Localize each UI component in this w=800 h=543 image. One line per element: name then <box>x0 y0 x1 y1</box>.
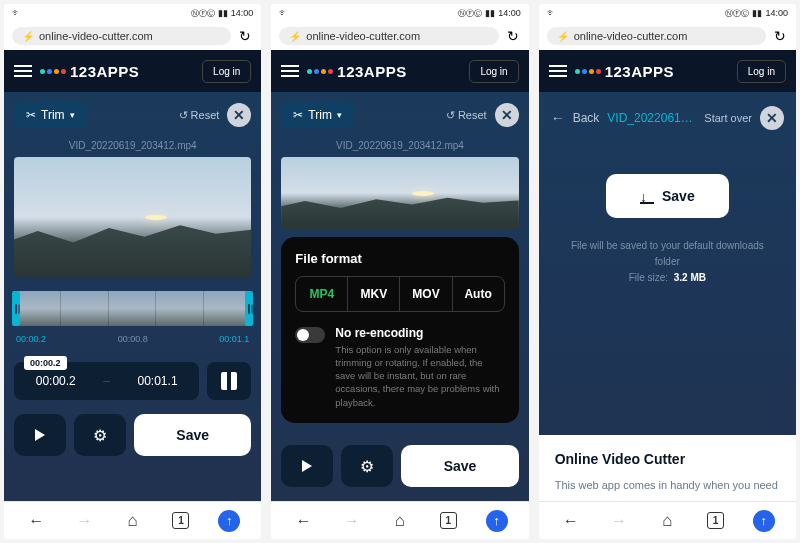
app-header: 123APPS Log in <box>4 50 261 92</box>
status-time: 14:00 <box>231 8 254 18</box>
login-button[interactable]: Log in <box>202 60 251 83</box>
start-time: 00:00.2 <box>36 374 76 388</box>
format-opt-auto[interactable]: Auto <box>453 277 504 311</box>
close-button[interactable]: ✕ <box>760 106 784 130</box>
nav-home[interactable]: ⌂ <box>121 509 145 533</box>
video-preview[interactable] <box>281 157 518 229</box>
hamburger-icon[interactable] <box>281 65 299 77</box>
nav-home[interactable]: ⌂ <box>388 509 412 533</box>
close-button[interactable]: ✕ <box>227 103 251 127</box>
hamburger-icon[interactable] <box>14 65 32 77</box>
nav-back[interactable]: ← <box>291 509 315 533</box>
back-label[interactable]: Back <box>573 111 600 125</box>
nav-tabs[interactable]: 1 <box>169 509 193 533</box>
timeline-handle-end[interactable] <box>245 291 253 326</box>
reset-button[interactable]: ↺ Reset <box>179 109 220 122</box>
nav-back[interactable]: ← <box>24 509 48 533</box>
nav-up[interactable]: ↑ <box>485 509 509 533</box>
article-section: Online Video Cutter This web app comes i… <box>539 435 796 502</box>
save-download-button[interactable]: Save <box>606 174 729 218</box>
file-size-value: 3.2 MB <box>674 272 706 283</box>
timeline-label-mid: 00:00.8 <box>118 334 148 344</box>
login-button[interactable]: Log in <box>469 60 518 83</box>
nav-tabs[interactable]: 1 <box>436 509 460 533</box>
refresh-icon[interactable]: ↻ <box>237 28 253 44</box>
save-center: Save File will be saved to your default … <box>539 144 796 306</box>
trim-label: Trim <box>308 108 332 122</box>
toggle-label: No re-encoding <box>335 326 504 340</box>
refresh-icon[interactable]: ↻ <box>505 28 521 44</box>
save-info: File will be saved to your default downl… <box>559 238 776 286</box>
scissors-icon: ✂ <box>293 108 303 122</box>
timeline[interactable] <box>14 291 251 326</box>
start-over-button[interactable]: Start over <box>704 112 752 124</box>
browser-nav: ← → ⌂ 1 ↑ <box>539 501 796 539</box>
nav-forward[interactable]: → <box>340 509 364 533</box>
browser-url-bar: ⚡ online-video-cutter.com ↻ <box>271 22 528 50</box>
nav-up[interactable]: ↑ <box>217 509 241 533</box>
close-button[interactable]: ✕ <box>495 103 519 127</box>
nav-tabs[interactable]: 1 <box>704 509 728 533</box>
url-text: online-video-cutter.com <box>39 30 153 42</box>
status-time: 14:00 <box>498 8 521 18</box>
format-opt-mp4[interactable]: MP4 <box>296 277 348 311</box>
filename-label: VID_20220619_203412.mp4 <box>4 138 261 157</box>
back-row: ← Back VID_20220619_203412 Start over ✕ <box>539 92 796 144</box>
trim-button[interactable]: ✂ Trim ▾ <box>281 102 354 128</box>
chevron-down-icon: ▾ <box>70 110 75 120</box>
format-options: MP4 MKV MOV Auto <box>295 276 504 312</box>
battery-icon: ▮▮ <box>218 8 228 18</box>
lightning-icon: ⚡ <box>22 31 34 42</box>
trim-button[interactable]: ✂ Trim ▾ <box>14 102 87 128</box>
url-field[interactable]: ⚡ online-video-cutter.com <box>12 27 231 45</box>
up-icon: ↑ <box>753 510 775 532</box>
save-button[interactable]: Save <box>401 445 518 487</box>
phone-screen-1: ᯤ ⓃⒻⒸ ▮▮ 14:00 ⚡ online-video-cutter.com… <box>4 4 261 539</box>
split-icon <box>221 372 237 390</box>
nav-back[interactable]: ← <box>559 509 583 533</box>
brand-text: 123APPS <box>70 63 139 80</box>
play-icon <box>302 460 312 472</box>
url-field[interactable]: ⚡ online-video-cutter.com <box>279 27 498 45</box>
back-icon[interactable]: ← <box>551 110 565 126</box>
nav-forward[interactable]: → <box>72 509 96 533</box>
logo[interactable]: 123APPS <box>307 63 461 80</box>
lightning-icon: ⚡ <box>289 31 301 42</box>
settings-button[interactable]: ⚙ <box>74 414 126 456</box>
undo-icon: ↺ <box>446 109 455 122</box>
format-title: File format <box>295 251 504 266</box>
timeline-handle-start[interactable] <box>12 291 20 326</box>
timeline-labels: 00:00.2 00:00.8 00:01.1 <box>4 330 261 348</box>
play-icon <box>35 429 45 441</box>
split-button[interactable] <box>207 362 251 400</box>
no-reencoding-toggle[interactable] <box>295 327 325 343</box>
reset-label: Reset <box>191 109 220 121</box>
save-button[interactable]: Save <box>134 414 251 456</box>
wifi-icon: ᯤ <box>547 8 556 18</box>
browser-url-bar: ⚡ online-video-cutter.com ↻ <box>4 22 261 50</box>
nfc-icon: ⓃⒻⒸ <box>458 8 482 19</box>
status-bar: ᯤ ⓃⒻⒸ ▮▮ 14:00 <box>539 4 796 22</box>
nav-home[interactable]: ⌂ <box>655 509 679 533</box>
nav-forward[interactable]: → <box>607 509 631 533</box>
login-button[interactable]: Log in <box>737 60 786 83</box>
format-opt-mov[interactable]: MOV <box>400 277 452 311</box>
reset-button[interactable]: ↺ Reset <box>446 109 487 122</box>
video-preview[interactable] <box>14 157 251 277</box>
refresh-icon[interactable]: ↻ <box>772 28 788 44</box>
play-button[interactable] <box>14 414 66 456</box>
format-opt-mkv[interactable]: MKV <box>348 277 400 311</box>
settings-button[interactable]: ⚙ <box>341 445 393 487</box>
nav-up[interactable]: ↑ <box>752 509 776 533</box>
app-content: ← Back VID_20220619_203412 Start over ✕ … <box>539 92 796 501</box>
logo[interactable]: 123APPS <box>40 63 194 80</box>
url-field[interactable]: ⚡ online-video-cutter.com <box>547 27 766 45</box>
lightning-icon: ⚡ <box>557 31 569 42</box>
play-button[interactable] <box>281 445 333 487</box>
battery-icon: ▮▮ <box>485 8 495 18</box>
status-bar: ᯤ ⓃⒻⒸ ▮▮ 14:00 <box>271 4 528 22</box>
hamburger-icon[interactable] <box>549 65 567 77</box>
url-text: online-video-cutter.com <box>306 30 420 42</box>
save-label: Save <box>662 188 695 204</box>
logo[interactable]: 123APPS <box>575 63 729 80</box>
